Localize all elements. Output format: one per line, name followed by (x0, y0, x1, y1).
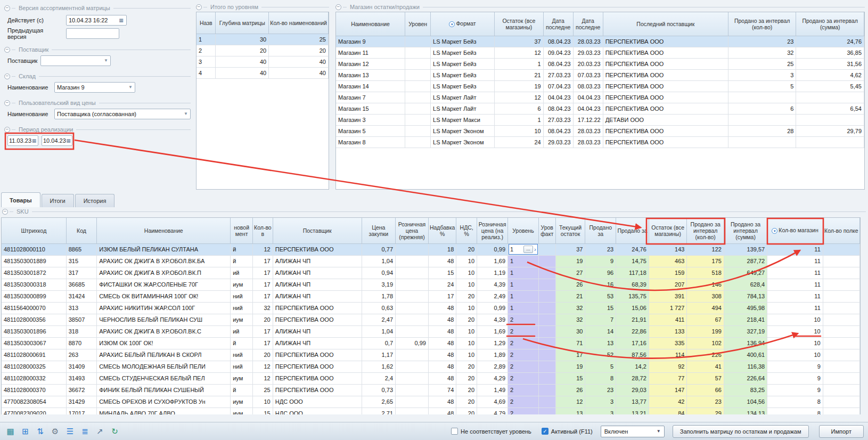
cell[interactable]: 0,77 (362, 243, 395, 255)
cell[interactable]: 13,21 (616, 408, 649, 414)
cell[interactable]: 1,62 (362, 361, 395, 372)
cell[interactable]: 67 (687, 314, 724, 325)
cell[interactable] (728, 114, 796, 125)
cell[interactable]: ний (231, 361, 253, 372)
cell[interactable]: 15 (428, 267, 456, 279)
cell[interactable]: 175 (687, 255, 724, 267)
cell[interactable]: 117,18 (616, 267, 649, 279)
cell[interactable]: 20 (456, 361, 477, 372)
cell[interactable] (396, 279, 429, 290)
cell[interactable]: 1,78 (362, 290, 395, 302)
cell[interactable]: ПЕРСПЕКТИВА ООО (603, 47, 728, 58)
cell[interactable]: 7 (585, 314, 616, 325)
cell[interactable] (538, 243, 555, 255)
cell[interactable]: ПЕРСПЕКТИВА ООО (603, 36, 728, 47)
cell[interactable]: 2 (508, 325, 539, 337)
cell[interactable] (796, 114, 864, 125)
cell[interactable]: ПЕРСПЕКТИВА ООО (603, 125, 728, 136)
cell[interactable] (396, 372, 429, 384)
cell[interactable]: 20 (456, 314, 477, 325)
cell[interactable]: 4,62 (796, 69, 864, 80)
cell[interactable] (396, 290, 429, 302)
cell[interactable]: СМЕСЬ ОРЕХОВ И СУХОФРУКТОВ Ун (97, 396, 231, 408)
cell[interactable]: 518 (687, 267, 724, 279)
column-header[interactable]: Дата последне (543, 12, 573, 36)
cell[interactable]: иум (231, 408, 253, 414)
cell[interactable]: 29,79 (796, 125, 864, 136)
cell[interactable]: 1,69 (477, 255, 508, 267)
cell[interactable] (405, 69, 431, 80)
cell[interactable]: 4813503000899 (2, 290, 66, 302)
table-row[interactable]: 481102800033231493СМЕСЬ СТУДЕНЧЕСКАЯ БЕЛ… (2, 372, 860, 384)
cell[interactable]: 0,73 (362, 384, 395, 396)
cell[interactable]: 17 (253, 255, 273, 267)
table-row[interactable]: Магазин 13LS Маркет Бейз2127.03.2307.03.… (336, 69, 864, 80)
cell[interactable]: 48 (428, 325, 456, 337)
cell[interactable]: 15 (555, 372, 585, 384)
cell[interactable] (396, 255, 429, 267)
cell[interactable]: 2 (508, 372, 539, 384)
cell[interactable]: 1,69 (477, 325, 508, 337)
column-header[interactable]: Назв (196, 12, 216, 34)
table-row[interactable]: Магазин 14LS Маркет Бейз1907.04.2308.03.… (336, 80, 864, 92)
collapse-icon[interactable]: − (4, 127, 10, 133)
cell[interactable]: 463 (649, 255, 687, 267)
cell[interactable]: 17.12.22 (573, 114, 603, 125)
cell[interactable]: LS Маркет Бейз (431, 58, 495, 69)
cell[interactable]: 15,06 (616, 302, 649, 314)
checkbox-box[interactable] (451, 428, 458, 435)
cell[interactable]: АРАХИС ОК ДЖИГА В ХР.ОБОЛ.ВК.БА (97, 255, 231, 267)
cell[interactable]: 9 (767, 372, 823, 384)
cell[interactable]: 143 (649, 243, 687, 255)
cell[interactable]: 0,99 (396, 337, 429, 349)
cell[interactable]: 6 (728, 103, 796, 114)
cell[interactable]: 628,4 (724, 279, 767, 290)
cell[interactable]: LS Маркет Бейз (431, 47, 495, 58)
column-header[interactable]: ▾Кол-во магазин (767, 218, 823, 243)
cell[interactable]: й (231, 384, 253, 396)
cell[interactable]: 08.04.23 (543, 36, 573, 47)
cell[interactable]: 48 (428, 396, 456, 408)
cell[interactable]: АЛИЖАН ЧП (273, 337, 362, 349)
cell[interactable]: 308 (687, 290, 724, 302)
cell[interactable]: 9 (585, 255, 616, 267)
cell[interactable] (396, 408, 429, 414)
cell[interactable] (396, 361, 429, 372)
cell[interactable]: 2 (508, 314, 539, 325)
cell[interactable] (538, 255, 555, 267)
table-row[interactable]: 4811564000070313АРАХИС НИКИТИН ЖАР.СОЛ 1… (2, 302, 860, 314)
cell[interactable] (728, 92, 796, 103)
cell[interactable]: 133 (649, 325, 687, 337)
cell[interactable]: 23 (585, 243, 616, 255)
cell[interactable]: 263 (66, 349, 97, 361)
cell[interactable]: ПЕРСПЕКТИВА ООО (273, 243, 362, 255)
cell[interactable] (405, 103, 431, 114)
cell[interactable]: 2,47 (362, 314, 395, 325)
cell[interactable]: 12 (494, 47, 543, 58)
cell[interactable]: 0,99 (477, 243, 508, 255)
cell[interactable]: 1,89 (477, 349, 508, 361)
refresh-icon[interactable]: ↻ (109, 425, 121, 437)
cell[interactable]: 48 (428, 349, 456, 361)
cell[interactable]: 32 (555, 302, 585, 314)
cell[interactable]: 31409 (66, 361, 97, 372)
cell[interactable]: АЛИЖАН ЧП (273, 290, 362, 302)
cell[interactable]: 10 (456, 325, 477, 337)
calendar-icon[interactable]: ▦ (31, 138, 37, 144)
cell[interactable]: ПЕРСПЕКТИВА ООО (273, 361, 362, 372)
chevron-down-icon[interactable]: ▼ (128, 85, 133, 89)
cell[interactable]: 19 (494, 80, 543, 92)
cell[interactable]: 10 (456, 255, 477, 267)
cell[interactable]: 37 (555, 243, 585, 255)
period-to-input[interactable]: 10.04.23 ▦ (42, 135, 72, 146)
cell[interactable]: 32 (253, 302, 273, 314)
cell[interactable]: 122 (687, 243, 724, 255)
cell[interactable]: 14,2 (616, 361, 649, 372)
cell[interactable]: 48 (428, 372, 456, 384)
column-header[interactable]: Продано за (585, 218, 616, 243)
cell[interactable]: 6 (494, 103, 543, 114)
cell[interactable]: Магазин 13 (336, 69, 405, 80)
cell[interactable]: 315 (66, 255, 97, 267)
cell[interactable]: 18 (428, 243, 456, 255)
table-row[interactable]: Магазин 12LS Маркет Бейз108.04.2320.03.2… (336, 58, 864, 69)
